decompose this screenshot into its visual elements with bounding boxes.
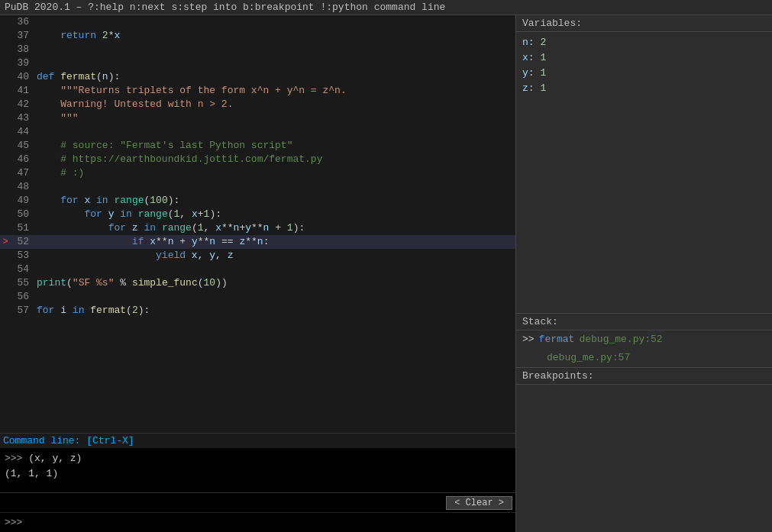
code-line: 55print("SF %s" % simple_func(10))	[0, 276, 515, 290]
line-number: 49	[11, 194, 34, 208]
code-lines: 36 37 return 2*x38 39 40def fermat(n):41…	[0, 15, 515, 318]
line-arrow: >	[0, 235, 11, 249]
line-arrow	[0, 180, 11, 194]
code-line: 51 for z in range(1, x**n+y**n + 1):	[0, 221, 515, 235]
line-number: 57	[11, 304, 34, 318]
line-content	[34, 180, 515, 194]
command-input[interactable]	[25, 517, 511, 528]
line-content: return 2*x	[34, 29, 515, 43]
line-number: 46	[11, 153, 34, 166]
menubar: PuDB 2020.1 – ?:help n:next s:step into …	[0, 0, 772, 15]
line-arrow	[0, 125, 11, 139]
breakpoints-content	[516, 385, 772, 391]
input-prompt: >>>	[5, 517, 22, 528]
line-number: 42	[11, 98, 34, 111]
line-arrow	[0, 153, 11, 166]
code-line: 49 for x in range(100):	[0, 194, 515, 208]
line-content: for y in range(1, x+1):	[34, 208, 515, 221]
command-line-bar: Command line: [Ctrl-X]	[0, 433, 515, 448]
line-content: # :)	[34, 166, 515, 180]
output-line: (1, 1, 1)	[5, 466, 511, 482]
line-content	[34, 125, 515, 139]
line-arrow	[0, 111, 11, 125]
line-arrow	[0, 166, 11, 180]
line-content: print("SF %s" % simple_func(10))	[34, 276, 515, 290]
line-arrow	[0, 208, 11, 221]
line-number: 50	[11, 208, 34, 221]
code-line: 50 for y in range(1, x+1):	[0, 208, 515, 221]
code-line: >52 if x**n + y**n == z**n:	[0, 235, 515, 249]
line-content	[34, 263, 515, 276]
stack-section: Stack: >> fermat debug_me.py:52 debug_me…	[516, 313, 772, 367]
line-number: 37	[11, 29, 34, 43]
code-line: 53 yield x, y, z	[0, 249, 515, 263]
line-arrow	[0, 56, 11, 70]
output-text: (1, 1, 1)	[5, 468, 58, 479]
line-arrow	[0, 304, 11, 318]
line-number: 45	[11, 139, 34, 153]
line-number: 36	[11, 15, 34, 29]
code-line: 43 """	[0, 111, 515, 125]
code-line: 39	[0, 56, 515, 70]
var-name: n:	[522, 37, 535, 48]
output-line: >>> (x, y, z)	[5, 451, 511, 466]
line-arrow	[0, 84, 11, 98]
line-content: Warning! Untested with n > 2.	[34, 98, 515, 111]
line-content: if x**n + y**n == z**n:	[34, 235, 515, 249]
variable-item: z: 1	[522, 81, 766, 96]
var-name: z:	[522, 82, 535, 94]
stack-content: >> fermat debug_me.py:52 debug_me.py:57	[516, 330, 772, 367]
line-number: 55	[11, 276, 34, 290]
variable-item: x: 1	[522, 50, 766, 66]
code-line: 37 return 2*x	[0, 29, 515, 43]
line-content: for x in range(100):	[34, 194, 515, 208]
line-arrow	[0, 29, 11, 43]
line-number: 54	[11, 263, 34, 276]
line-arrow	[0, 263, 11, 276]
line-number: 44	[11, 125, 34, 139]
stack-header: Stack:	[516, 314, 772, 330]
line-number: 51	[11, 221, 34, 235]
clear-button[interactable]: < Clear >	[446, 496, 512, 510]
line-arrow	[0, 290, 11, 304]
stack-fn: fermat	[539, 332, 575, 347]
line-arrow	[0, 139, 11, 153]
line-content: for z in range(1, x**n+y**n + 1):	[34, 221, 515, 235]
line-content: # source: "Fermat's last Python script"	[34, 139, 515, 153]
var-value: 1	[540, 67, 546, 79]
line-arrow	[0, 98, 11, 111]
line-content	[34, 56, 515, 70]
var-value: 1	[540, 82, 546, 94]
line-arrow	[0, 221, 11, 235]
code-line: 36	[0, 15, 515, 29]
breakpoints-section: Breakpoints:	[516, 367, 772, 532]
line-number: 38	[11, 43, 34, 56]
code-line: 57for i in fermat(2):	[0, 304, 515, 318]
stack-frame[interactable]: >> fermat debug_me.py:52	[516, 330, 772, 349]
code-line: 38	[0, 43, 515, 56]
var-name: y:	[522, 67, 535, 79]
line-arrow	[0, 276, 11, 290]
variables-content: n: 2x: 1y: 1z: 1	[516, 32, 772, 99]
line-content: """Returns triplets of the form x^n + y^…	[34, 84, 515, 98]
clear-label: < Clear >	[454, 498, 504, 508]
code-line: 40def fermat(n):	[0, 70, 515, 84]
command-line-label: Command line: [Ctrl-X]	[3, 435, 134, 447]
line-content: # https://earthboundkid.jottit.com/ferma…	[34, 153, 515, 166]
line-number: 43	[11, 111, 34, 125]
code-line: 46 # https://earthboundkid.jottit.com/fe…	[0, 153, 515, 166]
code-line: 47 # :)	[0, 166, 515, 180]
line-number: 41	[11, 84, 34, 98]
stack-file: debug_me.py:57	[547, 350, 630, 366]
code-line: 56	[0, 290, 515, 304]
line-number: 56	[11, 290, 34, 304]
stack-frame[interactable]: debug_me.py:57	[516, 349, 772, 367]
code-line: 41 """Returns triplets of the form x^n +…	[0, 84, 515, 98]
output-text: (x, y, z)	[22, 453, 82, 464]
variables-header: Variables:	[516, 15, 772, 32]
line-arrow	[0, 70, 11, 84]
code-panel: 36 37 return 2*x38 39 40def fermat(n):41…	[0, 15, 515, 532]
code-area[interactable]: 36 37 return 2*x38 39 40def fermat(n):41…	[0, 15, 515, 433]
output-area: >>> (x, y, z)(1, 1, 1) < Clear > >>>	[0, 448, 515, 532]
stack-arrow: >>	[522, 332, 535, 347]
